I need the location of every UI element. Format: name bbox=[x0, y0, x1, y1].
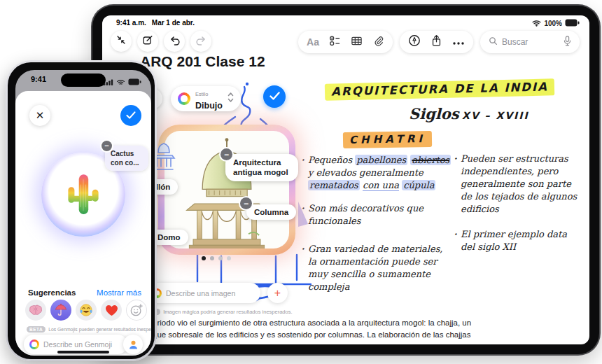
note-heading: ARQUITECTURA DE LA INDIA bbox=[325, 80, 554, 98]
close-icon: ✕ bbox=[36, 109, 45, 122]
tag-column[interactable]: Columna bbox=[246, 204, 296, 220]
redo-button[interactable] bbox=[190, 31, 211, 52]
page-dots[interactable] bbox=[202, 256, 231, 260]
genmoji-icon bbox=[29, 340, 39, 349]
search-input[interactable]: Buscar bbox=[480, 31, 580, 53]
accept-image-button[interactable] bbox=[263, 85, 286, 108]
compose-button[interactable] bbox=[137, 31, 158, 52]
note-bullet: Pequeños pabellones abiertos y elevados … bbox=[301, 154, 454, 192]
note-bullet: Pueden ser estructuras independientes, p… bbox=[454, 153, 581, 216]
wifi-icon bbox=[532, 20, 541, 28]
markup-toolbar bbox=[400, 31, 473, 53]
collapse-button[interactable] bbox=[111, 31, 132, 52]
page-dot bbox=[210, 256, 214, 260]
notes-left-column: Pequeños pabellones abiertos y elevados … bbox=[301, 154, 454, 303]
iphone-device: 9:41 ✕ bbox=[6, 60, 157, 361]
beta-note-text: Los Genmojis pueden generar resultados i… bbox=[48, 327, 151, 332]
style-label: Estilo bbox=[195, 91, 208, 97]
genmoji-sheet: ✕ bbox=[15, 91, 151, 356]
dynamic-island bbox=[61, 74, 106, 87]
status-time: 9:41 bbox=[31, 75, 46, 83]
notes-right-column: Pueden ser estructuras independientes, p… bbox=[454, 153, 581, 264]
note-section-title: CHHATRI bbox=[343, 132, 432, 146]
scene: 9:41 a.m.Mar 1 de abr. 100% Aa bbox=[0, 0, 602, 364]
share-icon[interactable] bbox=[430, 34, 442, 50]
heart-emoji-icon[interactable] bbox=[101, 300, 122, 321]
undo-button[interactable] bbox=[164, 31, 185, 52]
underlined-word: con una bbox=[363, 180, 399, 191]
close-genmoji-button[interactable]: ✕ bbox=[29, 105, 50, 126]
table-icon[interactable] bbox=[351, 35, 363, 50]
note-paragraph-line: do que sobresale de los edificios y es s… bbox=[141, 330, 471, 339]
page-dot bbox=[218, 256, 223, 260]
magic-image-beta-note: BETA Imagen mágica podría generar result… bbox=[141, 309, 293, 315]
yellow-highlight: ARQUITECTURA DE LA INDIA bbox=[325, 78, 554, 100]
remove-icon[interactable] bbox=[240, 197, 252, 209]
remove-icon[interactable] bbox=[102, 141, 112, 151]
tag-architecture[interactable]: Arquitectura antigua mogol bbox=[225, 154, 298, 181]
note-paragraph-line: e periodo vio el surgimiento de otra est… bbox=[141, 318, 471, 327]
add-image-button[interactable] bbox=[267, 283, 288, 303]
iphone-status-bar: 9:41 bbox=[15, 70, 151, 88]
genmoji-prompt-tag[interactable]: Cactus con co... bbox=[105, 146, 148, 171]
person-icon bbox=[128, 340, 139, 350]
note-bullet: El primer ejemplo data del siglo XII bbox=[454, 228, 581, 253]
add-emoji-icon[interactable] bbox=[126, 300, 147, 321]
genmoji-beta-note: BETA Los Genmojis pueden generar resulta… bbox=[27, 326, 151, 332]
note-bullet: Son más decorativos que funcionales bbox=[301, 202, 454, 227]
struck-word: abiertos bbox=[410, 155, 451, 165]
beta-note-text: Imagen mágica podría generar resultados … bbox=[163, 309, 292, 315]
battery-percent: 100% bbox=[544, 20, 562, 27]
laughing-emoji-icon[interactable] bbox=[76, 300, 97, 321]
style-value: Dibujo bbox=[195, 101, 223, 111]
wifi-icon bbox=[116, 76, 125, 88]
more-icon[interactable] bbox=[452, 36, 465, 48]
checkmark-icon bbox=[270, 90, 280, 103]
checkmark-icon bbox=[126, 109, 136, 122]
accept-genmoji-button[interactable] bbox=[120, 105, 141, 126]
note-subheading: Siglos XV – XVIII bbox=[409, 105, 529, 122]
highlighted-word: cúpula bbox=[402, 180, 435, 190]
subheading-range: XV – XVIII bbox=[462, 110, 529, 121]
ipad-status-bar: 9:41 a.m.Mar 1 de abr. bbox=[116, 19, 200, 27]
describe-genmoji-placeholder: Describe un Genmoji bbox=[43, 340, 112, 349]
home-indicator[interactable] bbox=[57, 351, 109, 354]
umbrella-emoji-icon[interactable] bbox=[50, 300, 71, 321]
mic-icon[interactable] bbox=[564, 36, 571, 49]
rainbow-cactus-emoji bbox=[64, 170, 102, 219]
search-icon bbox=[489, 36, 498, 48]
emoji-suggestions bbox=[25, 300, 147, 321]
battery-icon bbox=[565, 19, 580, 28]
page-dot-active bbox=[202, 256, 206, 260]
highlighted-word: pabellones bbox=[355, 155, 407, 165]
remove-icon[interactable] bbox=[220, 148, 232, 160]
search-placeholder: Buscar bbox=[502, 37, 559, 47]
brain-emoji-icon[interactable] bbox=[25, 300, 46, 321]
undo-icon bbox=[169, 34, 181, 49]
show-more-link[interactable]: Mostrar más bbox=[97, 288, 141, 297]
describe-image-input[interactable]: Describe una imagen bbox=[146, 283, 260, 303]
subheading-script-word: Siglos bbox=[409, 105, 459, 122]
attachment-icon[interactable] bbox=[372, 35, 384, 50]
compose-icon bbox=[142, 34, 153, 48]
toolbar-right: Aa Buscar bbox=[298, 31, 580, 53]
chevron-up-down-icon bbox=[227, 92, 234, 106]
image-playground-icon bbox=[178, 92, 190, 105]
markup-icon[interactable] bbox=[408, 34, 421, 50]
suggestions-title: Sugerencias bbox=[28, 288, 76, 297]
checklist-icon[interactable] bbox=[329, 35, 341, 50]
text-format-button[interactable]: Aa bbox=[307, 36, 319, 48]
status-date: Mar 1 de abr. bbox=[152, 19, 195, 27]
note-title: ARQ 201 Clase 12 bbox=[140, 53, 265, 70]
battery-icon bbox=[128, 76, 141, 88]
person-genmoji-button[interactable] bbox=[123, 335, 143, 354]
redo-icon bbox=[195, 34, 207, 49]
toolbar-left bbox=[111, 31, 211, 52]
describe-image-placeholder: Describe una imagen bbox=[166, 289, 235, 298]
format-toolbar: Aa bbox=[298, 31, 393, 53]
style-picker[interactable]: EstiloDibujo bbox=[171, 86, 241, 111]
collapse-icon bbox=[115, 34, 127, 48]
cellular-icon bbox=[104, 76, 113, 88]
orange-highlight: CHHATRI bbox=[343, 131, 432, 148]
status-time: 9:41 a.m. bbox=[116, 19, 146, 27]
